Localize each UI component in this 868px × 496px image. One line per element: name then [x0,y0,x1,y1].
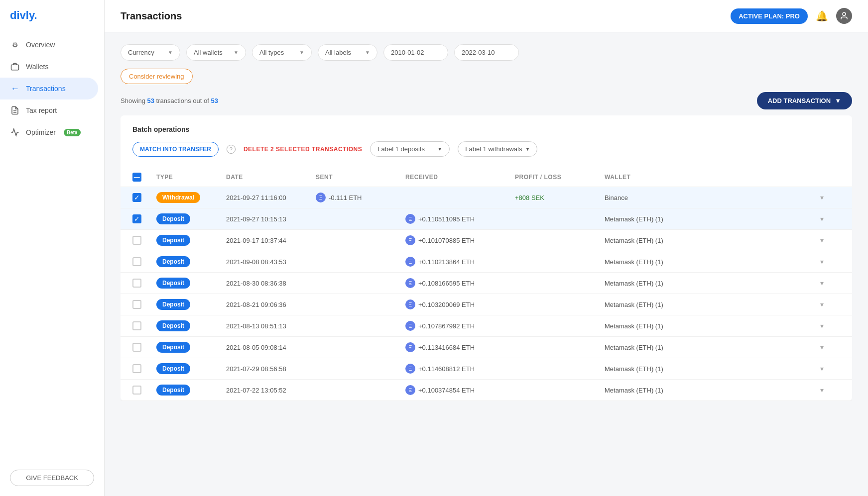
sidebar-item-wallets[interactable]: Wallets [0,56,98,78]
add-transaction-label: ADD TRANSACTION [768,97,831,104]
all-wallets-filter-arrow: ▼ [234,50,239,55]
row-received: Ξ+0.114608812 ETH [405,364,515,374]
sidebar-item-label: Optimizer [26,128,56,136]
add-transaction-button[interactable]: ADD TRANSACTION ▼ [757,92,852,109]
row-wallet: Metamask (ETH) (1) [605,387,820,394]
all-wallets-filter[interactable]: All wallets ▼ [186,44,246,61]
row-expand-button[interactable]: ▾ [820,215,840,223]
row-checkbox-input[interactable] [132,257,141,266]
row-checkbox-input[interactable] [132,300,141,309]
avatar[interactable] [836,8,852,24]
label-deposits-dropdown[interactable]: Label 1 deposits ▼ [370,141,450,157]
sent-amount: -0.111 ETH [329,194,362,201]
beta-badge: Beta [64,129,81,136]
all-types-filter-label: All types [259,49,284,56]
sidebar-item-optimizer[interactable]: Optimizer Beta [0,121,98,143]
row-wallet: Metamask (ETH) (1) [605,215,820,223]
row-received: Ξ+0.100374854 ETH [405,385,515,395]
row-type: Deposit [156,213,226,224]
row-expand-button[interactable]: ▾ [820,365,840,373]
row-type: Deposit [156,342,226,353]
row-date: 2021-08-13 08:51:13 [226,322,316,330]
col-profit: Profit / Loss [515,174,605,181]
col-type: Type [156,174,226,181]
row-checkbox[interactable] [132,343,156,352]
match-transfer-button[interactable]: MATCH INTO TRANSFER [132,142,219,157]
select-all-checkbox[interactable]: — [132,173,141,182]
row-date: 2021-07-29 08:56:58 [226,365,316,373]
row-checkbox-input[interactable] [132,386,141,395]
col-sent: Sent [316,174,405,181]
match-transfer-help-icon[interactable]: ? [227,145,236,154]
all-wallets-filter-label: All wallets [194,49,223,56]
row-date: 2021-08-21 09:06:36 [226,301,316,308]
type-badge: Deposit [156,213,190,224]
row-checkbox-input[interactable] [132,321,141,330]
sidebar-item-overview[interactable]: ⚙ Overview [0,34,98,56]
row-expand-button[interactable]: ▾ [820,343,840,351]
row-expand-button[interactable]: ▾ [820,386,840,394]
eth-icon: Ξ [405,235,415,245]
date-from-filter[interactable]: 2010-01-02 [383,44,448,61]
svg-point-3 [843,12,846,15]
transactions-back-icon: ← [10,84,20,94]
feedback-button[interactable]: GIVE FEEDBACK [10,470,94,486]
row-checkbox[interactable] [132,300,156,309]
row-checkbox[interactable] [132,236,156,245]
row-checkbox[interactable] [132,386,156,395]
row-received: Ξ+0.113416684 ETH [405,342,515,352]
header-checkbox-col: — [132,173,156,182]
row-expand-button[interactable]: ▾ [820,194,840,201]
received-amount: +0.110213864 ETH [418,258,475,266]
notification-bell-icon[interactable]: 🔔 [816,10,828,22]
row-checkbox[interactable] [132,364,156,373]
row-type: Deposit [156,320,226,331]
eth-icon: Ξ [405,321,415,331]
showing-total: 53 [211,97,218,104]
showing-prefix: Showing [121,97,147,104]
row-checkbox-input[interactable] [132,279,141,288]
type-badge: Deposit [156,299,190,310]
sidebar: divly. ⚙ Overview Wallets ← Transactions [0,0,105,496]
svg-rect-0 [11,65,19,70]
row-received: Ξ+0.110213864 ETH [405,257,515,267]
row-checkbox[interactable]: ✓ [132,214,156,223]
all-types-filter[interactable]: All types ▼ [252,44,312,61]
row-expand-button[interactable]: ▾ [820,236,840,244]
table-row: Deposit 2021-09-17 10:37:44 Ξ+0.10107088… [121,230,852,251]
sidebar-item-tax-report[interactable]: Tax report [0,99,98,121]
delete-selected-button[interactable]: DELETE 2 SELECTED TRANSACTIONS [244,146,362,153]
row-expand-button[interactable]: ▾ [820,258,840,266]
received-amount: +0.100374854 ETH [418,387,475,394]
table-row: Deposit 2021-08-21 09:06:36 Ξ+0.10320006… [121,294,852,315]
consider-reviewing-button[interactable]: Consider reviewing [121,69,193,84]
row-checkbox[interactable] [132,321,156,330]
row-received: Ξ+0.110511095 ETH [405,214,515,224]
sidebar-item-label: Wallets [26,63,48,71]
table-row: Deposit 2021-08-05 09:08:14 Ξ+0.11341668… [121,337,852,358]
row-checkbox-input[interactable] [132,364,141,373]
date-to-filter[interactable]: 2022-03-10 [454,44,519,61]
label-withdrawals-dropdown[interactable]: Label 1 withdrawals ▼ [458,141,537,157]
top-bar: Transactions ACTIVE PLAN: PRO 🔔 [105,0,868,32]
row-checkbox[interactable] [132,257,156,266]
row-checkbox-input[interactable] [132,343,141,352]
sidebar-item-transactions[interactable]: ← Transactions [0,78,98,99]
row-checkbox[interactable] [132,279,156,288]
row-checkbox-input[interactable]: ✓ [132,214,141,223]
row-expand-button[interactable]: ▾ [820,322,840,330]
received-amount: +0.114608812 ETH [418,365,475,373]
row-checkbox[interactable]: ✓ [132,193,156,202]
row-type: Withdrawal [156,192,226,203]
row-expand-button[interactable]: ▾ [820,300,840,308]
currency-filter[interactable]: Currency ▼ [121,44,180,61]
active-plan-button[interactable]: ACTIVE PLAN: PRO [731,8,808,24]
all-labels-filter[interactable]: All labels ▼ [318,44,377,61]
type-badge: Withdrawal [156,192,200,203]
showing-count: 53 [147,97,154,104]
eth-icon: Ξ [405,342,415,352]
row-checkbox-input[interactable] [132,236,141,245]
row-received: Ξ+0.108166595 ETH [405,278,515,288]
row-expand-button[interactable]: ▾ [820,279,840,287]
row-checkbox-input[interactable]: ✓ [132,193,141,202]
